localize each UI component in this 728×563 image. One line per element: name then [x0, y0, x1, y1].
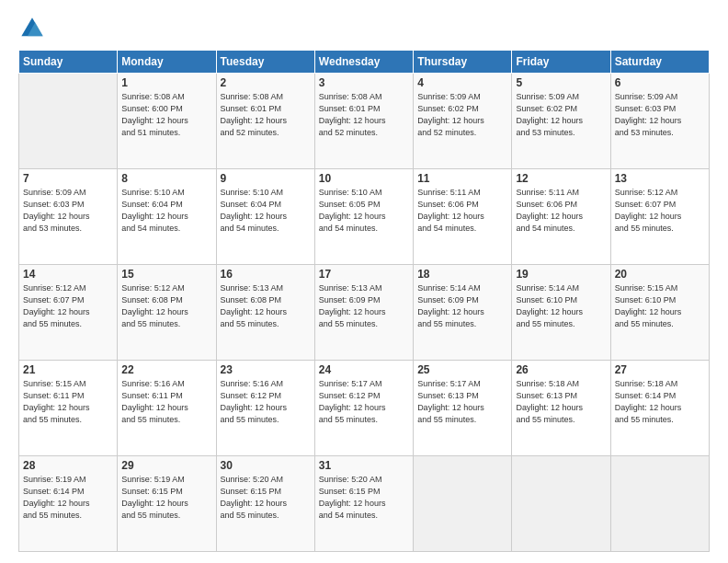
- day-number: 10: [319, 172, 409, 185]
- calendar-cell: 15Sunrise: 5:12 AMSunset: 6:08 PMDayligh…: [118, 265, 216, 361]
- day-info: Sunrise: 5:14 AMSunset: 6:10 PMDaylight:…: [516, 282, 606, 330]
- calendar-cell: 8Sunrise: 5:10 AMSunset: 6:04 PMDaylight…: [118, 169, 216, 265]
- day-number: 25: [417, 363, 507, 376]
- day-info: Sunrise: 5:17 AMSunset: 6:13 PMDaylight:…: [417, 378, 507, 426]
- day-number: 15: [121, 268, 211, 281]
- day-number: 14: [23, 268, 113, 281]
- day-info: Sunrise: 5:10 AMSunset: 6:04 PMDaylight:…: [121, 187, 211, 235]
- calendar-cell: 9Sunrise: 5:10 AMSunset: 6:04 PMDaylight…: [216, 169, 314, 265]
- day-info: Sunrise: 5:18 AMSunset: 6:14 PMDaylight:…: [615, 378, 705, 426]
- calendar-cell: 29Sunrise: 5:19 AMSunset: 6:15 PMDayligh…: [118, 456, 216, 552]
- day-info: Sunrise: 5:10 AMSunset: 6:05 PMDaylight:…: [319, 187, 409, 235]
- day-info: Sunrise: 5:08 AMSunset: 6:01 PMDaylight:…: [319, 91, 409, 139]
- day-number: 28: [23, 459, 113, 472]
- weekday-header-wednesday: Wednesday: [314, 51, 413, 74]
- day-number: 1: [121, 76, 211, 89]
- day-info: Sunrise: 5:14 AMSunset: 6:09 PMDaylight:…: [417, 282, 507, 330]
- calendar-cell: 10Sunrise: 5:10 AMSunset: 6:05 PMDayligh…: [314, 169, 413, 265]
- day-info: Sunrise: 5:13 AMSunset: 6:08 PMDaylight:…: [221, 282, 311, 330]
- calendar-cell: 23Sunrise: 5:16 AMSunset: 6:12 PMDayligh…: [216, 361, 314, 456]
- weekday-header-tuesday: Tuesday: [216, 51, 314, 74]
- day-number: 29: [121, 459, 211, 472]
- day-info: Sunrise: 5:08 AMSunset: 6:01 PMDaylight:…: [221, 91, 311, 139]
- calendar-cell: [414, 456, 512, 552]
- day-info: Sunrise: 5:11 AMSunset: 6:06 PMDaylight:…: [417, 187, 507, 235]
- day-number: 8: [121, 172, 211, 185]
- day-info: Sunrise: 5:17 AMSunset: 6:12 PMDaylight:…: [319, 378, 409, 426]
- logo-icon: [18, 15, 46, 42]
- day-number: 17: [319, 268, 409, 281]
- day-info: Sunrise: 5:12 AMSunset: 6:07 PMDaylight:…: [23, 282, 113, 330]
- day-number: 4: [417, 76, 507, 89]
- day-number: 3: [319, 76, 409, 89]
- day-number: 22: [121, 363, 211, 376]
- day-number: 24: [319, 363, 409, 376]
- day-number: 6: [615, 76, 705, 89]
- weekday-header-monday: Monday: [118, 51, 216, 74]
- day-info: Sunrise: 5:09 AMSunset: 6:03 PMDaylight:…: [615, 91, 705, 139]
- day-number: 18: [417, 268, 507, 281]
- weekday-header-friday: Friday: [512, 51, 610, 74]
- day-info: Sunrise: 5:11 AMSunset: 6:06 PMDaylight:…: [516, 187, 606, 235]
- day-info: Sunrise: 5:16 AMSunset: 6:12 PMDaylight:…: [221, 378, 311, 426]
- day-info: Sunrise: 5:10 AMSunset: 6:04 PMDaylight:…: [221, 187, 311, 235]
- calendar-week-5: 28Sunrise: 5:19 AMSunset: 6:14 PMDayligh…: [19, 456, 710, 552]
- calendar-cell: 18Sunrise: 5:14 AMSunset: 6:09 PMDayligh…: [414, 265, 512, 361]
- calendar-cell: 26Sunrise: 5:18 AMSunset: 6:13 PMDayligh…: [512, 361, 610, 456]
- calendar-cell: 5Sunrise: 5:09 AMSunset: 6:02 PMDaylight…: [512, 74, 610, 169]
- day-info: Sunrise: 5:19 AMSunset: 6:15 PMDaylight:…: [121, 474, 211, 522]
- calendar-cell: 25Sunrise: 5:17 AMSunset: 6:13 PMDayligh…: [414, 361, 512, 456]
- calendar-cell: [512, 456, 610, 552]
- day-number: 2: [221, 76, 311, 89]
- day-info: Sunrise: 5:09 AMSunset: 6:02 PMDaylight:…: [516, 91, 606, 139]
- calendar-cell: [610, 456, 709, 552]
- header: [18, 15, 710, 42]
- day-number: 7: [23, 172, 113, 185]
- logo: [18, 15, 50, 42]
- calendar-cell: 4Sunrise: 5:09 AMSunset: 6:02 PMDaylight…: [414, 74, 512, 169]
- day-number: 5: [516, 76, 606, 89]
- calendar-week-2: 7Sunrise: 5:09 AMSunset: 6:03 PMDaylight…: [19, 169, 710, 265]
- day-info: Sunrise: 5:08 AMSunset: 6:00 PMDaylight:…: [121, 91, 211, 139]
- day-info: Sunrise: 5:12 AMSunset: 6:07 PMDaylight:…: [615, 187, 705, 235]
- day-number: 31: [319, 459, 409, 472]
- calendar-cell: 24Sunrise: 5:17 AMSunset: 6:12 PMDayligh…: [314, 361, 413, 456]
- day-info: Sunrise: 5:12 AMSunset: 6:08 PMDaylight:…: [121, 282, 211, 330]
- calendar-cell: 11Sunrise: 5:11 AMSunset: 6:06 PMDayligh…: [414, 169, 512, 265]
- day-info: Sunrise: 5:20 AMSunset: 6:15 PMDaylight:…: [221, 474, 311, 522]
- day-info: Sunrise: 5:15 AMSunset: 6:11 PMDaylight:…: [23, 378, 113, 426]
- day-info: Sunrise: 5:19 AMSunset: 6:14 PMDaylight:…: [23, 474, 113, 522]
- calendar-week-4: 21Sunrise: 5:15 AMSunset: 6:11 PMDayligh…: [19, 361, 710, 456]
- day-number: 16: [221, 268, 311, 281]
- calendar-cell: 13Sunrise: 5:12 AMSunset: 6:07 PMDayligh…: [610, 169, 709, 265]
- calendar-cell: 30Sunrise: 5:20 AMSunset: 6:15 PMDayligh…: [216, 456, 314, 552]
- day-info: Sunrise: 5:20 AMSunset: 6:15 PMDaylight:…: [319, 474, 409, 522]
- day-number: 26: [516, 363, 606, 376]
- calendar-cell: 21Sunrise: 5:15 AMSunset: 6:11 PMDayligh…: [19, 361, 118, 456]
- calendar-cell: 19Sunrise: 5:14 AMSunset: 6:10 PMDayligh…: [512, 265, 610, 361]
- day-number: 23: [221, 363, 311, 376]
- calendar-cell: 27Sunrise: 5:18 AMSunset: 6:14 PMDayligh…: [610, 361, 709, 456]
- day-number: 30: [221, 459, 311, 472]
- calendar-cell: 12Sunrise: 5:11 AMSunset: 6:06 PMDayligh…: [512, 169, 610, 265]
- day-info: Sunrise: 5:09 AMSunset: 6:02 PMDaylight:…: [417, 91, 507, 139]
- calendar-cell: 20Sunrise: 5:15 AMSunset: 6:10 PMDayligh…: [610, 265, 709, 361]
- calendar-cell: 1Sunrise: 5:08 AMSunset: 6:00 PMDaylight…: [118, 74, 216, 169]
- day-number: 12: [516, 172, 606, 185]
- calendar-cell: 17Sunrise: 5:13 AMSunset: 6:09 PMDayligh…: [314, 265, 413, 361]
- calendar-cell: 3Sunrise: 5:08 AMSunset: 6:01 PMDaylight…: [314, 74, 413, 169]
- calendar-cell: 16Sunrise: 5:13 AMSunset: 6:08 PMDayligh…: [216, 265, 314, 361]
- calendar-cell: 31Sunrise: 5:20 AMSunset: 6:15 PMDayligh…: [314, 456, 413, 552]
- weekday-header-thursday: Thursday: [414, 51, 512, 74]
- calendar-week-1: 1Sunrise: 5:08 AMSunset: 6:00 PMDaylight…: [19, 74, 710, 169]
- calendar-body: 1Sunrise: 5:08 AMSunset: 6:00 PMDaylight…: [19, 74, 710, 552]
- weekday-header-sunday: Sunday: [19, 51, 118, 74]
- day-info: Sunrise: 5:09 AMSunset: 6:03 PMDaylight:…: [23, 187, 113, 235]
- day-number: 20: [615, 268, 705, 281]
- weekday-header-row: SundayMondayTuesdayWednesdayThursdayFrid…: [19, 51, 710, 74]
- calendar-cell: 14Sunrise: 5:12 AMSunset: 6:07 PMDayligh…: [19, 265, 118, 361]
- day-number: 27: [615, 363, 705, 376]
- day-info: Sunrise: 5:18 AMSunset: 6:13 PMDaylight:…: [516, 378, 606, 426]
- day-number: 21: [23, 363, 113, 376]
- calendar-cell: 6Sunrise: 5:09 AMSunset: 6:03 PMDaylight…: [610, 74, 709, 169]
